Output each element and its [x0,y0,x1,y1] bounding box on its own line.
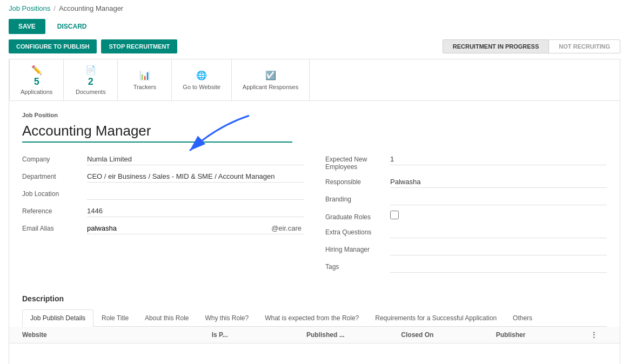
company-label: Company [22,156,87,163]
globe-icon: 🌐 [196,70,207,80]
hiring-manager-select[interactable] [390,244,607,255]
extra-questions-select[interactable] [390,226,607,238]
tags-row: Tags [325,261,607,273]
trackers-label: Trackers [133,84,156,90]
responsible-select[interactable]: Palwasha [390,176,607,188]
department-row: Department CEO / eir Business / Sales - … [22,171,304,183]
expected-new-label: Expected New [325,156,367,163]
documents-count: 2 [88,76,93,87]
graduate-roles-checkbox[interactable] [390,211,399,219]
col-published: Published ... [306,331,401,339]
not-recruiting-button[interactable]: NOT RECRUITING [548,39,620,53]
breadcrumb: Job Positions / Accounting Manager [0,0,629,16]
expected-new-employees-row: Expected New Employees [325,153,607,171]
department-select[interactable]: CEO / eir Business / Sales - MID & SME /… [87,171,304,183]
applications-label: Applications [21,89,52,95]
reference-label: Reference [22,207,87,215]
email-suffix: @eir.care [269,223,304,234]
applicant-responses-label: Applicant Responses [243,84,298,90]
tab-what-is-expected[interactable]: What is expected from the Role? [257,309,367,327]
hiring-manager-row: Hiring Manager [325,244,607,255]
tags-select[interactable] [390,261,607,273]
applications-smart-btn[interactable]: ✏️ 5 Applications [9,59,64,100]
expected-new-value [390,153,607,165]
tags-label: Tags [325,263,390,271]
toolbar: SAVE DISCARD [0,16,629,39]
documents-label: Documents [76,89,106,95]
job-location-label: Job Location [22,190,87,198]
check-icon: ☑️ [265,70,276,80]
col-isp: Is P... [212,331,306,339]
form-columns: Company Numla Limited Department CEO / e… [22,153,607,278]
tab-others[interactable]: Others [505,309,540,327]
company-value: Numla Limited [87,153,304,165]
expected-new-input[interactable] [390,153,607,165]
employees-label: Employees [325,163,357,171]
trackers-smart-btn[interactable]: 📊 Trackers [118,59,172,100]
go-to-website-smart-btn[interactable]: 🌐 Go to Website [172,59,232,100]
save-button[interactable]: SAVE [9,19,45,34]
description-tabs: Job Publish Details Role Title About thi… [22,309,607,327]
hiring-manager-value [390,244,607,255]
tab-job-publish-details[interactable]: Job Publish Details [22,309,93,327]
extra-questions-value [390,226,607,238]
col-menu[interactable]: ⋮ [591,331,607,339]
reference-value [87,205,304,217]
tab-about-this-role[interactable]: About this Role [137,309,197,327]
pencil-icon: ✏️ [31,65,42,75]
job-title-input[interactable] [22,120,292,143]
file-icon: 📄 [85,65,96,75]
breadcrumb-link[interactable]: Job Positions [9,4,50,12]
configure-to-publish-button[interactable]: CONFIGURE TO PUBLISH [9,39,97,53]
col-publisher: Publisher [496,331,591,339]
graduate-roles-label: Graduate Roles [325,213,390,221]
reference-row: Reference [22,205,304,217]
discard-button[interactable]: DISCARD [50,19,95,34]
col-closed: Closed On [401,331,496,339]
status-left-buttons: CONFIGURE TO PUBLISH STOP RECRUITMENT [9,39,177,53]
email-alias-label: Email Alias [22,225,87,232]
responsible-label: Responsible [325,178,390,186]
smart-buttons-bar: ✏️ 5 Applications 📄 2 Documents 📊 Tracke… [9,59,620,101]
breadcrumb-separator: / [53,4,56,12]
applications-count: 5 [34,76,39,87]
documents-smart-btn[interactable]: 📄 2 Documents [64,59,118,100]
department-value: CEO / eir Business / Sales - MID & SME /… [87,171,304,183]
department-label: Department [22,173,87,180]
tab-requirements[interactable]: Requirements for a Successful Applicatio… [367,309,505,327]
stop-recruitment-button[interactable]: STOP RECRUITMENT [101,39,177,53]
responsible-value: Palwasha [390,176,607,188]
graduate-roles-row: Graduate Roles [325,211,607,221]
go-to-website-label: Go to Website [183,84,220,90]
applicant-responses-smart-btn[interactable]: ☑️ Applicant Responses [232,59,310,100]
branding-row: Branding [325,193,607,205]
form-body: Job Position Company [9,101,620,289]
reference-input[interactable] [87,205,304,217]
branding-value [390,193,607,205]
company-select[interactable]: Numla Limited [87,153,304,165]
table-header: Website Is P... Published ... Closed On … [9,327,620,343]
form-card: ✏️ 5 Applications 📄 2 Documents 📊 Tracke… [9,59,620,364]
description-section: Description Job Publish Details Role Tit… [9,289,620,327]
form-right-col: Expected New Employees Responsible Palwa… [325,153,607,278]
tab-why-this-role[interactable]: Why this Role? [197,309,257,327]
branding-select[interactable] [390,193,607,205]
recruitment-in-progress-button[interactable]: RECRUITMENT IN PROGRESS [443,39,549,53]
status-row: CONFIGURE TO PUBLISH STOP RECRUITMENT RE… [0,39,629,59]
extra-questions-label: Extra Questions [325,228,390,236]
job-position-label: Job Position [22,112,607,118]
responsible-row: Responsible Palwasha [325,176,607,188]
company-row: Company Numla Limited [22,153,304,165]
branding-label: Branding [325,196,390,203]
chart-icon: 📊 [139,70,150,80]
tab-role-title[interactable]: Role Title [93,309,137,327]
table-body [9,343,620,364]
col-website: Website [22,331,212,339]
email-alias-value: @eir.care [87,223,304,234]
job-location-value [87,188,304,200]
expected-new-employees-label: Expected New Employees [325,156,390,171]
form-left-col: Company Numla Limited Department CEO / e… [22,153,304,278]
job-location-input[interactable] [87,188,304,200]
tags-value [390,261,607,273]
email-alias-input[interactable] [87,223,269,234]
